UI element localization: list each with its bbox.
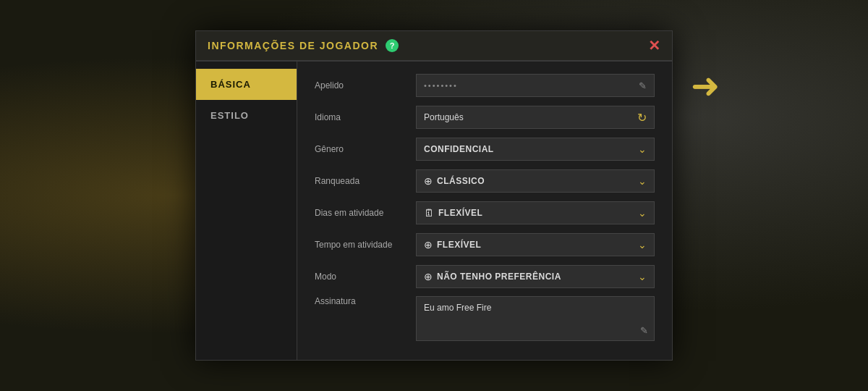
modo-row: Modo ⊕ NÃO TENHO PREFERÊNCIA ⌄ bbox=[315, 264, 655, 289]
idioma-value: Português bbox=[424, 112, 464, 122]
dias-atividade-icon: 🗓 bbox=[424, 207, 434, 219]
tempo-atividade-left: ⊕ FLEXÍVEL bbox=[424, 239, 481, 251]
apelido-value: •••••••• bbox=[424, 81, 458, 90]
dias-atividade-dropdown[interactable]: 🗓 FLEXÍVEL ⌄ bbox=[416, 201, 655, 224]
idioma-control: Português ↻ bbox=[416, 106, 655, 129]
tempo-atividade-label: Tempo em atividade bbox=[315, 240, 416, 250]
ranqueada-dropdown[interactable]: ⊕ CLÁSSICO ⌄ bbox=[416, 169, 655, 193]
modal: INFORMAÇÕES DE JOGADOR ? ✕ BÁSICA ESTILO bbox=[195, 30, 673, 361]
content-area: Apelido •••••••• ✎ ➜ Idioma bbox=[297, 62, 672, 360]
tempo-atividade-dropdown[interactable]: ⊕ FLEXÍVEL ⌄ bbox=[416, 233, 655, 256]
tempo-atividade-value: FLEXÍVEL bbox=[437, 240, 481, 250]
dias-atividade-chevron: ⌄ bbox=[638, 207, 647, 219]
apelido-label: Apelido bbox=[315, 80, 416, 91]
modo-chevron: ⌄ bbox=[638, 271, 647, 282]
ranqueada-icon: ⊕ bbox=[424, 175, 433, 187]
sidebar: BÁSICA ESTILO bbox=[196, 62, 297, 360]
genero-value: CONFIDENCIAL bbox=[424, 144, 494, 154]
dias-atividade-value: FLEXÍVEL bbox=[438, 208, 482, 218]
modo-left: ⊕ NÃO TENHO PREFERÊNCIA bbox=[424, 271, 561, 282]
apelido-row: Apelido •••••••• ✎ ➜ bbox=[315, 73, 655, 98]
tempo-atividade-control: ⊕ FLEXÍVEL ⌄ bbox=[416, 233, 655, 256]
ranqueada-left: ⊕ CLÁSSICO bbox=[424, 175, 485, 187]
genero-label: Gênero bbox=[315, 144, 416, 154]
modal-title-group: INFORMAÇÕES DE JOGADOR ? bbox=[208, 39, 399, 52]
genero-chevron: ⌄ bbox=[638, 143, 647, 155]
modal-overlay: INFORMAÇÕES DE JOGADOR ? ✕ BÁSICA ESTILO bbox=[195, 30, 673, 361]
genero-control: CONFIDENCIAL ⌄ bbox=[416, 138, 655, 161]
apelido-edit-icon[interactable]: ✎ bbox=[639, 80, 647, 91]
tempo-atividade-icon: ⊕ bbox=[424, 239, 433, 251]
genero-left: CONFIDENCIAL bbox=[424, 144, 494, 154]
dias-atividade-label: Dias em atividade bbox=[315, 208, 416, 218]
ranqueada-chevron: ⌄ bbox=[638, 175, 647, 187]
dias-atividade-left: 🗓 FLEXÍVEL bbox=[424, 207, 482, 219]
idioma-box[interactable]: Português ↻ bbox=[416, 106, 655, 129]
dias-atividade-control: 🗓 FLEXÍVEL ⌄ bbox=[416, 201, 655, 224]
modal-title: INFORMAÇÕES DE JOGADOR bbox=[208, 40, 378, 51]
sidebar-item-estilo[interactable]: ESTILO bbox=[196, 100, 297, 131]
assinatura-control: Eu amo Free Fire ✎ bbox=[416, 296, 655, 341]
refresh-icon[interactable]: ↻ bbox=[637, 111, 647, 125]
ranqueada-value: CLÁSSICO bbox=[437, 176, 485, 186]
ranqueada-label: Ranqueada bbox=[315, 176, 416, 186]
genero-row: Gênero CONFIDENCIAL ⌄ bbox=[315, 137, 655, 161]
genero-dropdown[interactable]: CONFIDENCIAL ⌄ bbox=[416, 138, 655, 161]
modo-icon: ⊕ bbox=[424, 271, 433, 282]
modal-header: INFORMAÇÕES DE JOGADOR ? ✕ bbox=[196, 31, 672, 62]
assinatura-row: Assinatura Eu amo Free Fire ✎ bbox=[315, 296, 655, 341]
sidebar-item-basica[interactable]: BÁSICA bbox=[196, 69, 297, 100]
ranqueada-control: ⊕ CLÁSSICO ⌄ bbox=[416, 169, 655, 193]
tempo-atividade-chevron: ⌄ bbox=[638, 239, 647, 251]
assinatura-value: Eu amo Free Fire bbox=[424, 303, 491, 313]
dias-atividade-row: Dias em atividade 🗓 FLEXÍVEL ⌄ bbox=[315, 201, 655, 225]
assinatura-label: Assinatura bbox=[315, 296, 416, 306]
assinatura-edit-icon[interactable]: ✎ bbox=[640, 325, 648, 336]
tempo-atividade-row: Tempo em atividade ⊕ FLEXÍVEL ⌄ bbox=[315, 232, 655, 257]
assinatura-box[interactable]: Eu amo Free Fire ✎ bbox=[416, 296, 655, 341]
modo-dropdown[interactable]: ⊕ NÃO TENHO PREFERÊNCIA ⌄ bbox=[416, 265, 655, 288]
idioma-row: Idioma Português ↻ bbox=[315, 105, 655, 130]
ranqueada-row: Ranqueada ⊕ CLÁSSICO ⌄ bbox=[315, 169, 655, 193]
modo-value: NÃO TENHO PREFERÊNCIA bbox=[437, 272, 561, 282]
modal-body: BÁSICA ESTILO Apelido •••••••• ✎ bbox=[196, 62, 672, 360]
help-icon[interactable]: ? bbox=[386, 39, 399, 52]
idioma-label: Idioma bbox=[315, 112, 416, 122]
modo-label: Modo bbox=[315, 272, 416, 282]
close-button[interactable]: ✕ bbox=[648, 38, 660, 53]
apelido-input[interactable]: •••••••• ✎ bbox=[416, 74, 655, 97]
modo-control: ⊕ NÃO TENHO PREFERÊNCIA ⌄ bbox=[416, 265, 655, 288]
apelido-control: •••••••• ✎ bbox=[416, 74, 655, 97]
